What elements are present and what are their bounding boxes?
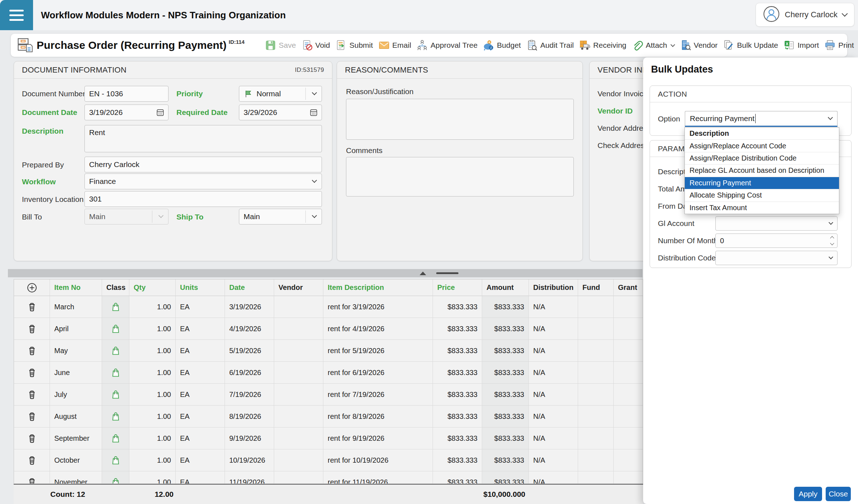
chevron-down-icon bbox=[828, 115, 833, 120]
item-class-icon[interactable] bbox=[110, 389, 121, 400]
parameter-distribution-code-select[interactable] bbox=[715, 251, 838, 265]
priority-select[interactable]: Normal bbox=[239, 86, 322, 102]
calendar-icon[interactable] bbox=[156, 108, 165, 117]
item-class-icon[interactable] bbox=[110, 345, 121, 356]
add-row-header-cell[interactable] bbox=[14, 279, 50, 296]
cell-delete bbox=[14, 318, 50, 340]
cell-item-no: March bbox=[50, 296, 102, 318]
description-textarea[interactable]: Rent bbox=[84, 125, 322, 152]
cell-vendor bbox=[274, 296, 323, 318]
item-class-icon[interactable] bbox=[110, 367, 121, 378]
delete-row-button[interactable] bbox=[27, 455, 37, 466]
workflow-select[interactable]: Finance bbox=[84, 174, 322, 189]
dropdown-item-recurring-payment[interactable]: Recurring Payment bbox=[685, 177, 839, 189]
toolbar-import-button[interactable]: XImport bbox=[784, 40, 819, 51]
toolbar-buttons: SaveVoidSubmitEmailApproval TreeiBudgetA… bbox=[265, 40, 858, 51]
toolbar-bulk-update-button[interactable]: Bulk Update bbox=[723, 40, 778, 51]
cell-amount: $833.333 bbox=[482, 362, 529, 384]
hamburger-icon bbox=[9, 10, 24, 11]
delete-row-button[interactable] bbox=[27, 433, 37, 444]
cell-class bbox=[102, 449, 129, 471]
item-class-icon[interactable] bbox=[110, 323, 121, 334]
close-button[interactable]: Close bbox=[826, 487, 851, 501]
column-header-qty: Qty bbox=[129, 279, 176, 296]
item-class-icon[interactable] bbox=[110, 477, 121, 484]
email-icon bbox=[378, 40, 390, 51]
chevron-down-icon[interactable] bbox=[670, 42, 675, 47]
inventory-location-label: Inventory Location bbox=[22, 195, 84, 204]
cell-delete bbox=[14, 427, 50, 449]
cell-date: 11/19/2026 bbox=[225, 471, 274, 484]
parameter-gl-account-select[interactable] bbox=[715, 216, 838, 231]
toolbar-vendor-button[interactable]: Vendor bbox=[680, 40, 718, 51]
cell-delete bbox=[14, 296, 50, 318]
parameter-value: 0 bbox=[720, 237, 724, 245]
cell-vendor bbox=[274, 384, 323, 406]
delete-row-button[interactable] bbox=[27, 323, 37, 334]
delete-row-button[interactable] bbox=[27, 345, 37, 356]
item-class-icon[interactable] bbox=[110, 433, 121, 444]
delete-row-button[interactable] bbox=[27, 411, 37, 422]
description-label: Description bbox=[22, 127, 64, 135]
option-combobox[interactable]: Recurring Payment bbox=[685, 111, 838, 127]
dropdown-item-description[interactable]: Description bbox=[685, 128, 839, 139]
toolbar-submit-button[interactable]: Submit bbox=[335, 40, 373, 51]
priority-flag-icon bbox=[244, 89, 257, 98]
cell-delete bbox=[14, 340, 50, 362]
dropdown-item-allocate-shipping-cost[interactable]: Allocate Shipping Cost bbox=[685, 189, 839, 201]
purchase-order-icon bbox=[17, 37, 33, 54]
delete-row-button[interactable] bbox=[27, 367, 37, 378]
toolbar-save-button[interactable]: Save bbox=[265, 40, 296, 51]
dropdown-item-assign-replace-account-code[interactable]: Assign/Replace Account Code bbox=[685, 139, 839, 152]
toolbar-print-button[interactable]: Print bbox=[824, 40, 854, 51]
toolbar-receiving-button[interactable]: Receiving bbox=[579, 40, 626, 51]
ship-to-select[interactable]: Main bbox=[239, 209, 322, 225]
add-row-button[interactable] bbox=[27, 282, 37, 293]
toolbar-approval-tree-button[interactable]: Approval Tree bbox=[416, 40, 478, 51]
dropdown-item-insert-tax-amount[interactable]: Insert Tax Amount bbox=[685, 202, 839, 214]
dropdown-item-replace-gl-account-based-on-description[interactable]: Replace GL Account based on Description bbox=[685, 164, 839, 176]
apply-button[interactable]: Apply bbox=[794, 487, 822, 501]
parameter-number-of-months-input[interactable]: 0 bbox=[715, 233, 838, 248]
inventory-location-input[interactable]: 301 bbox=[84, 191, 322, 207]
document-date-input[interactable]: 3/19/2026 bbox=[84, 105, 169, 120]
app-title: Workflow Modules Modern - NPS Training O… bbox=[41, 0, 286, 30]
chevron-down-icon bbox=[312, 213, 317, 218]
parameter-label: Number Of Months bbox=[658, 236, 721, 245]
reason-justification-textarea[interactable] bbox=[346, 99, 574, 140]
panel-title: REASON/COMMENTS bbox=[345, 65, 428, 75]
item-class-icon[interactable] bbox=[110, 301, 121, 312]
toolbar-email-button[interactable]: Email bbox=[378, 40, 411, 51]
item-class-icon[interactable] bbox=[110, 455, 121, 466]
splitter-handle[interactable] bbox=[436, 272, 458, 274]
delete-row-button[interactable] bbox=[27, 477, 37, 484]
toolbar-void-button[interactable]: Void bbox=[301, 40, 330, 51]
delete-row-button[interactable] bbox=[27, 389, 37, 400]
toolbar-attach-button[interactable]: Attach bbox=[632, 40, 674, 51]
chevron-down-icon bbox=[158, 213, 163, 218]
calendar-icon[interactable] bbox=[309, 108, 318, 117]
receiving-icon bbox=[579, 40, 591, 51]
table-header-row: Item NoClassQtyUnitsDateVendorItem Descr… bbox=[14, 279, 643, 296]
table-footer: Count: 12 12.00 $10,000.000 bbox=[14, 484, 643, 504]
panel-splitter[interactable] bbox=[8, 269, 642, 277]
cell-amount: $833.333 bbox=[482, 296, 529, 318]
delete-row-button[interactable] bbox=[27, 301, 37, 312]
toolbar-button-label: Vendor bbox=[694, 41, 718, 50]
cell-units: EA bbox=[176, 362, 225, 384]
toolbar-budget-button[interactable]: iBudget bbox=[483, 40, 521, 51]
user-menu[interactable]: Cherry Carlock bbox=[756, 3, 854, 27]
document-number-input[interactable]: EN - 1036 bbox=[84, 86, 169, 102]
number-spinner[interactable] bbox=[831, 235, 834, 246]
toolbar-audit-trail-button[interactable]: Audit Trail bbox=[526, 40, 574, 51]
item-class-icon[interactable] bbox=[110, 411, 121, 422]
menu-button[interactable] bbox=[0, 0, 33, 30]
prepared-by-input[interactable]: Cherry Carlock bbox=[84, 157, 322, 172]
required-date-input[interactable]: 3/29/2026 bbox=[239, 105, 322, 120]
bill-to-select[interactable]: Main bbox=[84, 209, 169, 225]
dropdown-item-assign-replace-distribution-code[interactable]: Assign/Replace Distribution Code bbox=[685, 152, 839, 164]
cell-class bbox=[102, 340, 129, 362]
table-row: April1.00EA4/19/2026rent for 4/19/2026$8… bbox=[14, 318, 643, 340]
comments-textarea[interactable] bbox=[346, 157, 574, 196]
collapse-up-icon[interactable] bbox=[420, 272, 426, 275]
